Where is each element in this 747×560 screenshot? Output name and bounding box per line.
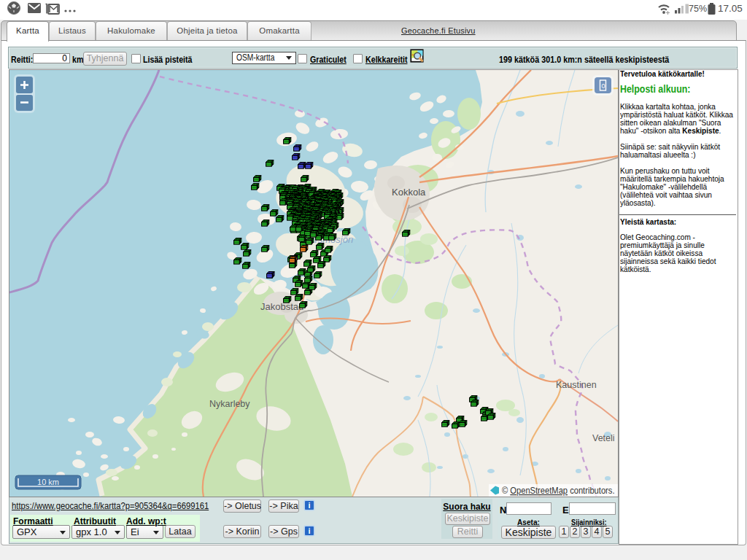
svg-text:10 km: 10 km <box>37 478 59 486</box>
svg-text:© OpenStreetMap contributors.: © OpenStreetMap contributors. <box>502 486 615 495</box>
svg-text:Jakobstad: Jakobstad <box>260 301 303 312</box>
svg-text:0: 0 <box>602 82 605 90</box>
svg-text:Kaustinen: Kaustinen <box>556 380 597 390</box>
svg-text:Nykarleby: Nykarleby <box>209 399 250 409</box>
svg-text:Kokkola: Kokkola <box>392 187 426 198</box>
svg-text:Veteli: Veteli <box>592 433 615 443</box>
